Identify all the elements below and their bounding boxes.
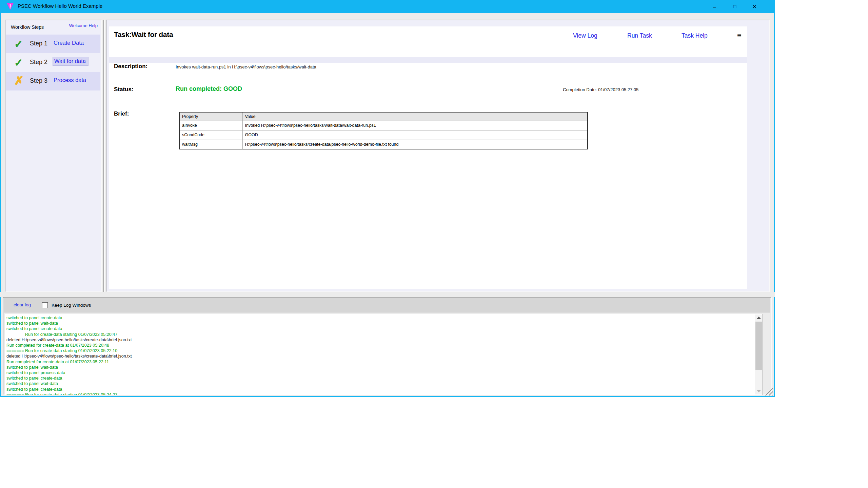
table-row[interactable]: sCondCode GOOD — [179, 130, 588, 140]
log-output[interactable]: switched to panel create-data switched t… — [5, 314, 763, 395]
step-number: Step 3 — [30, 77, 47, 84]
value-cell: GOOD — [242, 130, 588, 140]
keep-log-checkbox[interactable] — [42, 302, 48, 308]
log-line: switched to panel wait-data — [6, 365, 752, 370]
window-border-left — [0, 13, 1, 397]
log-line: switched to panel wait-data — [6, 381, 752, 386]
desktop: PSEC Workflow Hello World Example – □ × … — [0, 0, 868, 488]
description-label: Description: — [114, 63, 147, 70]
property-cell: sCondCode — [179, 130, 242, 140]
check-icon: ✓ — [14, 38, 23, 50]
task-help-link[interactable]: Task Help — [682, 32, 708, 39]
scrollbar-thumb[interactable] — [755, 322, 762, 370]
scroll-up-icon[interactable] — [757, 317, 761, 319]
log-line: switched to panel create-data — [6, 315, 752, 321]
sidebar-links: Welcome Help — [69, 23, 98, 28]
log-lines: switched to panel create-data switched t… — [6, 315, 752, 395]
description-value: Invokes wait-data-run.ps1 in H:\psec-v4\… — [176, 64, 316, 69]
log-line: Run completed for create-data at 01/07/2… — [6, 359, 752, 365]
status-label: Status: — [114, 86, 134, 93]
step-link-process-data[interactable]: Process data — [54, 77, 86, 83]
keep-log-label: Keep Log Windows — [52, 303, 91, 308]
log-scrollbar[interactable] — [755, 314, 762, 394]
clear-log-link[interactable]: clear log — [14, 302, 31, 307]
window-border-bottom — [0, 396, 775, 397]
hamburger-menu-icon[interactable]: ≡ — [737, 31, 742, 40]
column-header-property: Property — [179, 112, 242, 121]
log-line: switched to panel create-data — [6, 326, 752, 331]
header-divider-band — [109, 57, 747, 63]
minimize-button[interactable]: – — [707, 0, 722, 13]
workflow-steps-panel: Workflow Steps Welcome Help ✓ Step 1 Cre… — [5, 20, 102, 292]
log-line: deleted H:\psec-v4\flows\psec-hello/task… — [6, 337, 752, 343]
x-icon: ✗ — [14, 74, 24, 87]
welcome-link[interactable]: Welcome — [69, 23, 87, 28]
task-card: Task:Wait for data View Log Run Task Tas… — [109, 26, 747, 289]
property-cell: waitMsg — [179, 140, 242, 149]
column-header-value: Value — [242, 112, 588, 121]
status-value: Run completed: GOOD — [176, 85, 242, 93]
step-number: Step 2 — [30, 59, 47, 66]
completion-date: Completion Date: 01/07/2023 05:27:05 — [563, 87, 638, 92]
maximize-button[interactable]: □ — [727, 0, 743, 13]
log-panel: clear log Keep Log Windows switched to p… — [3, 297, 772, 395]
log-header-bar: clear log Keep Log Windows — [4, 298, 770, 312]
window-title: PSEC Workflow Hello World Example — [18, 3, 102, 9]
value-cell: Invoked H:\psec-v4\flows\psec-hello/task… — [242, 121, 588, 130]
step-link-wait-for-data[interactable]: Wait for data — [53, 57, 88, 65]
log-line: switched to panel create-data — [6, 375, 752, 381]
log-line: ======= Run for create-data starting 01/… — [6, 348, 752, 353]
step-row-create-data[interactable]: ✓ Step 1 Create Data — [6, 35, 100, 53]
app-window: PSEC Workflow Hello World Example – □ × … — [0, 0, 775, 397]
scroll-down-icon[interactable] — [757, 390, 761, 392]
task-title: Task:Wait for data — [114, 30, 173, 39]
top-separator — [3, 17, 772, 18]
value-cell: H:\psec-v4\flows\psec-hello/tasks/create… — [242, 140, 588, 149]
step-row-process-data[interactable]: ✗ Step 3 Process data — [6, 72, 100, 90]
property-cell: aInvoke — [179, 121, 242, 130]
help-link[interactable]: Help — [88, 23, 98, 28]
titlebar: PSEC Workflow Hello World Example – □ × — [0, 0, 775, 13]
check-icon: ✓ — [14, 57, 23, 68]
step-link-create-data[interactable]: Create Data — [54, 40, 84, 46]
task-panel: Task:Wait for data View Log Run Task Tas… — [106, 20, 770, 292]
table-row[interactable]: waitMsg H:\psec-v4\flows\psec-hello/task… — [179, 140, 588, 149]
log-line: switched to panel process-data — [6, 370, 752, 375]
horizontal-splitter[interactable] — [0, 292, 775, 297]
vertical-splitter[interactable] — [103, 20, 105, 292]
sidebar-title: Workflow Steps — [11, 24, 44, 30]
close-button[interactable]: × — [747, 0, 762, 13]
app-logo-icon — [6, 2, 14, 11]
log-line: switched to panel create-data — [6, 387, 752, 392]
table-header-row: Property Value — [179, 112, 588, 121]
log-line: deleted H:\psec-v4\flows\psec-hello/task… — [6, 353, 752, 359]
run-task-link[interactable]: Run Task — [627, 32, 652, 39]
window-border-right — [774, 13, 775, 397]
step-number: Step 1 — [30, 40, 47, 47]
brief-label: Brief: — [114, 110, 129, 117]
table-row[interactable]: aInvoke Invoked H:\psec-v4\flows\psec-he… — [179, 121, 588, 130]
step-row-wait-for-data[interactable]: ✓ Step 2 Wait for data — [6, 53, 100, 72]
log-line: switched to panel wait-data — [6, 321, 752, 326]
log-line: ======= Run for create-data starting 01/… — [6, 392, 752, 395]
log-line: ======= Run for create-data starting 01/… — [6, 332, 752, 337]
view-log-link[interactable]: View Log — [573, 32, 597, 39]
brief-table: Property Value aInvoke Invoked H:\psec-v… — [179, 112, 588, 149]
log-line: Run completed for create-data at 01/07/2… — [6, 343, 752, 348]
